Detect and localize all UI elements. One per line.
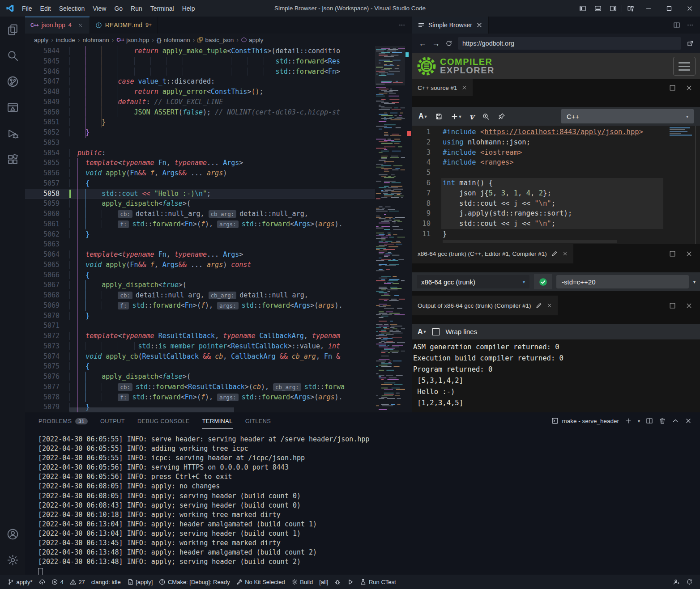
terminal-dropdown-icon[interactable]: ▾ <box>638 419 640 424</box>
tab-json.hpp[interactable]: C++json.hpp4 <box>25 17 90 34</box>
customize-layout-icon[interactable] <box>623 0 638 17</box>
horizontal-scrollbar[interactable] <box>69 407 234 412</box>
status-publish-changes[interactable] <box>36 579 49 585</box>
terminal-select[interactable]: make - serve_header <box>551 417 619 424</box>
status-feedback[interactable] <box>670 579 683 585</box>
more-actions-icon[interactable] <box>687 21 694 29</box>
ce-logo[interactable]: COMPILER EXPLORER <box>417 56 495 76</box>
status-error-count[interactable]: 4 <box>48 579 67 585</box>
menu-view[interactable]: View <box>89 3 110 14</box>
status-git-branch-status[interactable]: apply* <box>4 579 36 585</box>
vim-mode-icon[interactable]: v <box>470 112 474 121</box>
close-pane-icon[interactable] <box>685 302 693 309</box>
hamburger-menu-icon[interactable] <box>673 57 696 76</box>
maximize-pane-icon[interactable] <box>669 84 676 92</box>
status-cmake-kit[interactable]: No Kit Selected <box>233 579 288 585</box>
ce-editor-hscrollbar[interactable] <box>443 240 617 243</box>
breadcrumb-item-json.hpp[interactable]: C++json.hpp <box>116 37 149 43</box>
pin-icon[interactable] <box>498 113 505 120</box>
close-icon[interactable] <box>562 250 568 257</box>
close-pane-icon[interactable] <box>685 250 693 258</box>
close-panel-icon[interactable] <box>685 417 692 424</box>
breadcrumb-item-basic_json[interactable]: basic_json <box>197 37 234 43</box>
menu-help[interactable]: Help <box>178 3 199 14</box>
activity-settings-icon[interactable] <box>0 547 25 573</box>
toggle-panel-icon[interactable] <box>590 0 606 17</box>
panel-tab-gitlens[interactable]: GITLENS <box>245 413 272 428</box>
url-input[interactable]: https://godbolt.org <box>458 37 681 50</box>
ce-source-editor[interactable]: 1#include <https://localhost:8443/apply/… <box>412 126 700 244</box>
status-cmake-build[interactable]: Build <box>288 579 316 585</box>
breadcrumb-item-apply[interactable]: apply <box>241 37 263 43</box>
maximize-panel-icon[interactable] <box>672 417 679 424</box>
status-run-ctest[interactable]: Run CTest <box>357 579 399 585</box>
font-size-button[interactable]: A▾ <box>418 328 426 336</box>
save-icon[interactable] <box>435 113 443 120</box>
compile-status-button[interactable] <box>534 274 552 289</box>
panel-tab-problems[interactable]: PROBLEMS31 <box>38 413 88 428</box>
ce-editor-scrollbar[interactable] <box>695 126 696 244</box>
status-cmake-launch[interactable] <box>344 579 357 585</box>
editor-more-actions-icon[interactable] <box>398 17 412 34</box>
close-pane-icon[interactable] <box>685 84 693 92</box>
open-external-icon[interactable] <box>687 40 694 47</box>
language-select[interactable]: C++▾ <box>561 109 694 123</box>
toggle-secondary-sidebar-icon[interactable] <box>606 0 621 17</box>
ce-source-tab[interactable]: C++ source #1 <box>412 79 473 96</box>
menu-selection[interactable]: Selection <box>55 3 89 14</box>
compiler-select[interactable]: x86-64 gcc (trunk)▾ <box>417 275 529 288</box>
breadcrumb-item-apply[interactable]: apply <box>34 37 48 43</box>
activity-source-control-icon[interactable] <box>0 68 25 94</box>
rename-pane-icon[interactable] <box>535 302 542 309</box>
activity-extensions-icon[interactable] <box>0 146 25 172</box>
minimize-button[interactable] <box>638 0 659 17</box>
maximize-button[interactable] <box>659 0 679 17</box>
breadcrumb-item-include[interactable]: include <box>56 37 75 43</box>
tab-readme.md[interactable]: README.md9+ <box>90 17 158 34</box>
activity-search-icon[interactable] <box>0 42 25 68</box>
zoom-icon[interactable] <box>482 113 490 120</box>
activity-run-debug-icon[interactable] <box>0 120 25 146</box>
breadcrumb-item-nlohmann[interactable]: nlohmann <box>82 37 109 43</box>
font-size-button[interactable]: A▾ <box>418 112 427 120</box>
terminal-output[interactable]: [2022-04-30 06:05:55] INFO: serve_header… <box>38 435 696 575</box>
menu-terminal[interactable]: Terminal <box>146 3 178 14</box>
toggle-sidebar-icon[interactable] <box>575 0 590 17</box>
status-cmake-debug[interactable] <box>331 579 344 585</box>
ce-compiler-tab[interactable]: x86-64 gcc (trunk) (C++, Editor #1, Comp… <box>412 244 573 263</box>
status-cmake-project[interactable]: [apply] <box>124 579 156 585</box>
menu-go[interactable]: Go <box>110 3 127 14</box>
ce-output-tab[interactable]: Output of x86-64 gcc (trunk) (Compiler #… <box>412 296 558 315</box>
menu-file[interactable]: File <box>18 3 36 14</box>
status-warning-count[interactable]: 27 <box>67 579 88 585</box>
compiler-options-input[interactable]: -std=c++20 <box>556 275 689 288</box>
status-cmake-target[interactable]: [all] <box>316 579 331 585</box>
close-icon[interactable] <box>77 21 84 29</box>
reload-icon[interactable] <box>445 40 452 47</box>
options-dropdown-icon[interactable]: ▾ <box>693 280 696 284</box>
menu-edit[interactable]: Edit <box>36 3 55 14</box>
activity-explorer-icon[interactable] <box>0 17 25 42</box>
minimap[interactable] <box>375 46 405 407</box>
activity-account-icon[interactable] <box>0 521 25 547</box>
status-cmake-status[interactable]: CMake: [Debug]: Ready <box>156 579 233 585</box>
breadcrumb-item-nlohmann[interactable]: {}nlohmann <box>157 37 190 43</box>
maximize-pane-icon[interactable] <box>669 302 676 309</box>
close-icon[interactable] <box>476 21 483 29</box>
code-editor[interactable]: 5044 return apply_make_tuple<ConstThis>(… <box>25 46 412 412</box>
panel-tab-output[interactable]: OUTPUT <box>100 413 125 428</box>
forward-icon[interactable]: → <box>432 39 440 48</box>
panel-tab-debug-console[interactable]: DEBUG CONSOLE <box>137 413 190 428</box>
split-editor-icon[interactable] <box>673 21 680 29</box>
kill-terminal-icon[interactable] <box>659 417 666 424</box>
close-button[interactable] <box>679 0 700 17</box>
back-icon[interactable]: ← <box>418 39 427 48</box>
new-terminal-icon[interactable] <box>625 417 632 424</box>
activity-test-view-icon[interactable] <box>0 94 25 120</box>
rename-pane-icon[interactable] <box>551 250 558 257</box>
breadcrumb[interactable]: apply›include›nlohmann›C++json.hpp›{}nlo… <box>25 34 412 46</box>
panel-tab-terminal[interactable]: TERMINAL <box>202 413 233 429</box>
add-pane-button[interactable]: ▾ <box>451 113 461 120</box>
status-notifications[interactable] <box>683 579 696 585</box>
split-terminal-icon[interactable] <box>646 417 653 424</box>
